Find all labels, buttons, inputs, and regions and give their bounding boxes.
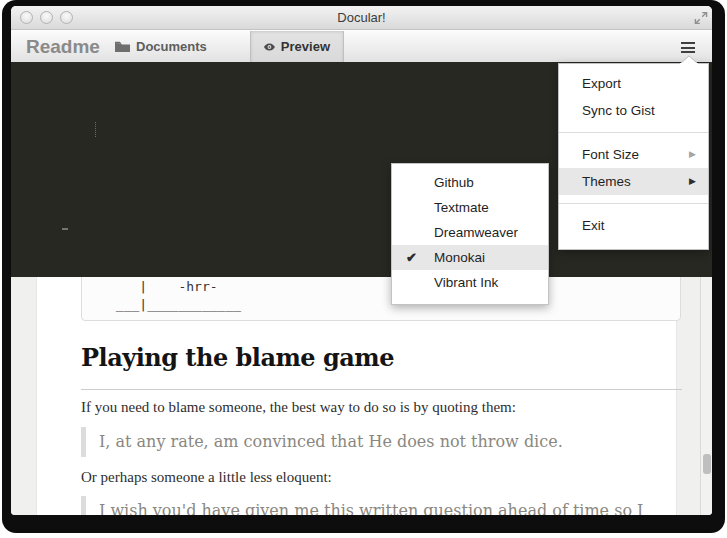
menu-item[interactable]: Export xyxy=(559,70,708,97)
preview-code-line: ___|____________ xyxy=(108,296,241,314)
app-window: Docular! Readme Documents Pre xyxy=(11,6,712,515)
document-title: Readme xyxy=(26,36,100,58)
editor-line[interactable]: 123 ___|____________ xyxy=(11,262,712,277)
themes-submenu: Github Textmate Dreamweaver ✔Monokai Vib… xyxy=(391,163,549,305)
eye-icon xyxy=(264,42,275,52)
menu-item[interactable] xyxy=(559,132,708,133)
toolbar: Readme Documents Preview xyxy=(11,30,712,62)
indent-guide xyxy=(95,122,96,137)
preview-page: | -hrr- ___|____________ Playing the bla… xyxy=(36,277,677,515)
preview-blockquote: I wish you'd have given me this written … xyxy=(81,496,676,515)
menu-item-label: Themes xyxy=(582,174,631,189)
submenu-item[interactable]: Dreamweaver xyxy=(392,220,548,245)
window-title: Docular! xyxy=(11,10,712,25)
menu-item[interactable]: Exit xyxy=(559,212,708,239)
submenu-item[interactable]: ✔Monokai xyxy=(392,245,548,270)
submenu-item-label: Vibrant Ink xyxy=(434,275,498,290)
hamburger-icon xyxy=(681,42,695,44)
submenu-item-label: Dreamweaver xyxy=(434,225,518,240)
documents-label: Documents xyxy=(136,39,207,54)
submenu-item-label: Monokai xyxy=(434,250,485,265)
menu-button[interactable] xyxy=(681,42,695,53)
submenu-item-label: Github xyxy=(434,175,474,190)
menu-item[interactable]: Themes ▶ xyxy=(559,168,708,195)
menu-item-label: Exit xyxy=(582,218,605,233)
menu-item[interactable]: Font Size ▶ xyxy=(559,141,708,168)
resize-icon[interactable] xyxy=(693,10,709,26)
checkmark-icon: ✔ xyxy=(406,245,434,270)
submenu-item-label: Textmate xyxy=(434,200,489,215)
submenu-arrow-icon: ▶ xyxy=(689,141,696,168)
title-bar[interactable]: Docular! xyxy=(11,6,712,30)
menu-item[interactable]: Sync to Gist xyxy=(559,97,708,124)
preview-heading: Playing the blame game xyxy=(81,343,394,372)
menu-caret xyxy=(679,55,699,64)
submenu-item[interactable]: Github xyxy=(392,170,548,195)
preview-paragraph: Or perhaps someone a little less eloquen… xyxy=(81,469,332,486)
app-dropdown-menu: Export Sync to Gist Font Size ▶ xyxy=(558,63,709,250)
preview-paragraph: If you need to blame someone, the best w… xyxy=(81,399,516,416)
preview-button[interactable]: Preview xyxy=(250,31,344,62)
submenu-item[interactable]: Vibrant Ink xyxy=(392,270,548,295)
heading-divider xyxy=(81,389,682,390)
folder-icon xyxy=(115,41,130,53)
preview-blockquote: I, at any rate, am convinced that He doe… xyxy=(81,427,563,457)
fold-marker[interactable] xyxy=(62,228,68,230)
preview-label: Preview xyxy=(281,39,330,54)
screenshot-stage: Docular! Readme Documents Pre xyxy=(0,0,727,538)
submenu-arrow-icon: ▶ xyxy=(689,168,696,195)
preview-code-block: | -hrr- ___|____________ xyxy=(81,277,681,321)
menu-item-label: Export xyxy=(582,76,621,91)
preview-code-line: | -hrr- xyxy=(108,278,218,296)
preview-pane: | -hrr- ___|____________ Playing the bla… xyxy=(11,277,712,515)
submenu-item[interactable]: Textmate xyxy=(392,195,548,220)
documents-button[interactable]: Documents xyxy=(102,31,220,62)
menu-item-label: Sync to Gist xyxy=(582,103,655,118)
preview-vscroll-thumb[interactable] xyxy=(703,454,711,474)
menu-item-label: Font Size xyxy=(582,147,639,162)
menu-item[interactable] xyxy=(559,203,708,204)
preview-vertical-scrollbar[interactable] xyxy=(700,277,712,515)
